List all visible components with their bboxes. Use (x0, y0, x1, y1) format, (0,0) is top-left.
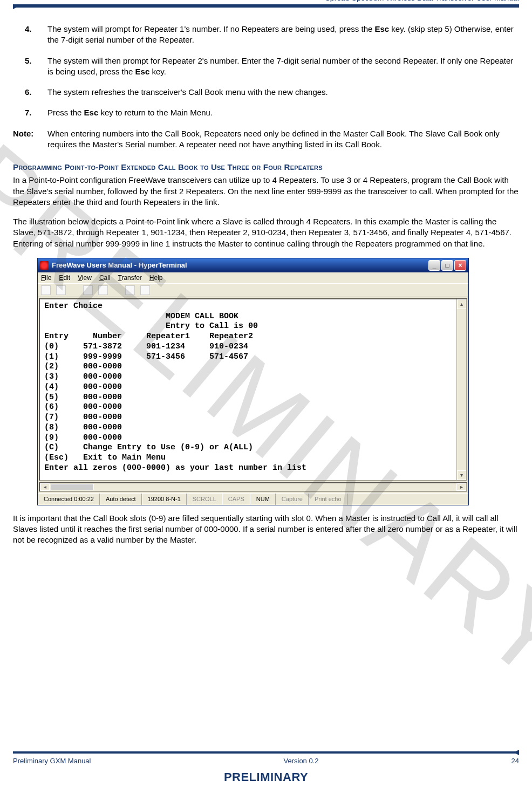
menu-call[interactable]: Call (99, 273, 111, 282)
menu-file[interactable]: File (41, 273, 51, 282)
status-scroll: SCROLL (187, 494, 222, 505)
footer-preliminary: PRELIMINARY (13, 770, 519, 784)
step-number: 4. (25, 24, 47, 46)
text: key to return to the Main Menu. (98, 108, 213, 117)
toolbar-disconnect-icon[interactable] (98, 285, 108, 295)
titlebar: FreeWave Users Manual - HyperTerminal _ … (38, 258, 468, 272)
scroll-track[interactable] (457, 309, 466, 470)
close-button[interactable]: × (454, 260, 466, 271)
step-text: The system will then prompt for Repeater… (47, 56, 519, 78)
paragraph: In a Point-to-Point configuration FreeWa… (13, 175, 519, 208)
esc-key: Esc (84, 108, 99, 117)
note-text: When entering numbers into the Call Book… (47, 128, 519, 150)
page-footer: Preliminary GXM Manual Version 0.2 24 PR… (13, 751, 519, 784)
status-capture: Capture (276, 494, 309, 505)
scroll-right-icon[interactable]: ▸ (456, 483, 466, 491)
esc-key: Esc (135, 67, 150, 76)
step-7: 7. Press the Esc key to return to the Ma… (25, 107, 519, 118)
footer-left: Preliminary GXM Manual (13, 757, 91, 765)
horizontal-scrollbar[interactable]: ◂ ▸ (39, 482, 467, 492)
page-header: Spread Spectrum Wireless Data Transceive… (13, 0, 519, 8)
toolbar-new-icon[interactable] (41, 285, 51, 295)
menu-view[interactable]: View (78, 273, 92, 282)
menu-label: iew (82, 274, 92, 282)
step-text: The system will prompt for Repeater 1's … (47, 24, 519, 46)
menu-label: ransfer (121, 274, 141, 282)
window-buttons: _ □ × (428, 260, 466, 271)
menu-transfer[interactable]: Transfer (118, 273, 142, 282)
footer-center: Version 0.2 (283, 757, 318, 765)
text: The system will then prompt for Repeater… (47, 56, 513, 76)
status-connected: Connected 0:00:22 (38, 494, 100, 505)
page-content: 4. The system will prompt for Repeater 1… (13, 9, 519, 545)
toolbar (38, 283, 468, 297)
esc-key: Esc (375, 24, 390, 33)
status-num: NUM (250, 494, 276, 505)
step-number: 7. (25, 107, 47, 118)
scroll-left-icon[interactable]: ◂ (40, 483, 50, 491)
note-label: Note: (13, 128, 47, 150)
toolbar-properties-icon[interactable] (140, 285, 150, 295)
menu-label: dit (63, 274, 70, 282)
toolbar-open-icon[interactable] (56, 285, 66, 295)
status-settings: 19200 8-N-1 (142, 494, 187, 505)
window-title: FreeWave Users Manual - HyperTerminal (52, 261, 428, 270)
minimize-button[interactable]: _ (428, 260, 440, 271)
terminal-output[interactable]: Enter Choice MODEM CALL BOOK Entry to Ca… (40, 299, 456, 480)
note: Note: When entering numbers into the Cal… (13, 128, 519, 150)
step-text: The system refreshes the transceiver's C… (47, 87, 519, 98)
status-detect: Auto detect (100, 494, 142, 505)
vertical-scrollbar[interactable]: ▴ ▾ (456, 299, 466, 480)
text: Press the (47, 108, 84, 117)
step-5: 5. The system will then prompt for Repea… (25, 56, 519, 78)
header-rule (13, 4, 519, 8)
app-icon (40, 261, 49, 270)
status-caps: CAPS (222, 494, 250, 505)
step-text: Press the Esc key to return to the Main … (47, 107, 519, 118)
paragraph: The illustration below depicts a Point-t… (13, 216, 519, 249)
text: key. (149, 67, 166, 76)
menubar: File Edit View Call Transfer Help (38, 272, 468, 283)
footer-row: Preliminary GXM Manual Version 0.2 24 (13, 757, 519, 765)
status-printecho: Print echo (309, 494, 347, 505)
footer-page-number: 24 (511, 757, 519, 765)
menu-label: elp (154, 274, 162, 282)
text: The system refreshes the transceiver's C… (47, 87, 328, 97)
statusbar: Connected 0:00:22 Auto detect 19200 8-N-… (38, 493, 468, 505)
step-6: 6. The system refreshes the transceiver'… (25, 87, 519, 98)
step-number: 6. (25, 87, 47, 98)
toolbar-connect-icon[interactable] (83, 285, 93, 295)
toolbar-send-icon[interactable] (125, 285, 135, 295)
step-number: 5. (25, 56, 47, 78)
terminal-area: Enter Choice MODEM CALL BOOK Entry to Ca… (39, 298, 467, 481)
step-4: 4. The system will prompt for Repeater 1… (25, 24, 519, 46)
menu-help[interactable]: Help (149, 273, 163, 282)
menu-label: ile (45, 274, 51, 282)
text: The system will prompt for Repeater 1's … (47, 24, 375, 33)
menu-edit[interactable]: Edit (59, 273, 70, 282)
paragraph: It is important that the Call Book slots… (13, 513, 519, 546)
header-title: Spread Spectrum Wireless Data Transceive… (13, 0, 519, 4)
section-heading: Programming Point-to-Point Extended Call… (13, 162, 519, 173)
scroll-thumb[interactable] (51, 484, 94, 490)
scroll-up-icon[interactable]: ▴ (457, 299, 466, 309)
hyperterminal-window: FreeWave Users Manual - HyperTerminal _ … (37, 258, 469, 505)
scroll-down-icon[interactable]: ▾ (457, 470, 466, 480)
menu-label: all (104, 274, 111, 282)
footer-rule (13, 751, 519, 754)
maximize-button[interactable]: □ (441, 260, 453, 271)
